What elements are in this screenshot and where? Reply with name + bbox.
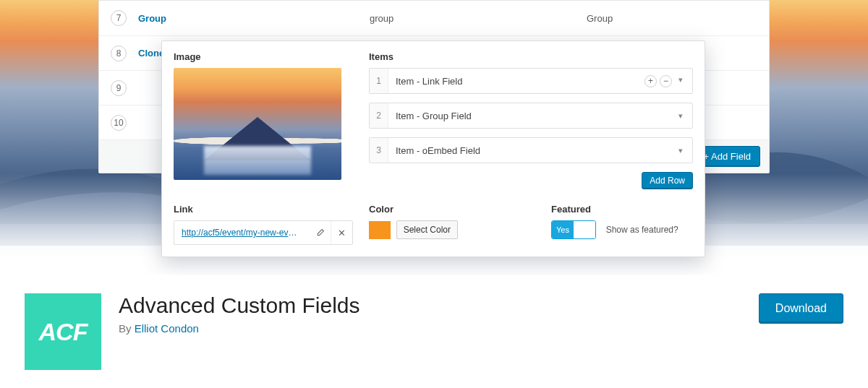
featured-section-label: Featured <box>551 204 693 215</box>
download-button[interactable]: Download <box>759 293 843 324</box>
link-url[interactable]: http://acf5/event/my-new-event/ <box>174 228 309 238</box>
item-label: Item - Group Field <box>388 111 675 121</box>
by-prefix: By <box>119 322 135 335</box>
item-number: 3 <box>370 138 388 163</box>
item-label: Item - oEmbed Field <box>388 145 675 156</box>
image-section-label: Image <box>174 51 353 62</box>
add-row-button[interactable]: Add Row <box>642 172 693 189</box>
color-section-label: Color <box>369 204 535 215</box>
featured-hint: Show as featured? <box>606 225 678 235</box>
field-row[interactable]: 7 Group group Group <box>99 1 769 35</box>
link-section-label: Link <box>174 204 353 215</box>
plugin-header: ACF Advanced Custom Fields By Elliot Con… <box>0 275 868 388</box>
row-number: 10 <box>111 115 127 131</box>
row-number: 8 <box>111 46 127 61</box>
toggle-knob <box>574 221 595 238</box>
featured-toggle[interactable]: Yes <box>551 220 596 239</box>
collapse-icon[interactable]: ▾ <box>675 111 686 121</box>
item-number: 1 <box>370 69 388 93</box>
select-color-button[interactable]: Select Color <box>396 220 458 239</box>
plugin-logo-text: ACF <box>39 318 88 346</box>
items-section-label: Items <box>369 51 693 62</box>
field-type: Group <box>587 13 769 24</box>
remove-link-icon[interactable]: ✕ <box>331 221 352 244</box>
collapse-icon[interactable]: ▾ <box>675 75 686 87</box>
plugin-author-link[interactable]: Elliot Condon <box>135 322 199 335</box>
plugin-logo: ACF <box>25 293 101 370</box>
link-field[interactable]: http://acf5/event/my-new-event/ ✕ <box>174 220 353 245</box>
toggle-on-label: Yes <box>552 221 574 238</box>
item-label: Item - Link Field <box>388 76 644 87</box>
add-item-icon[interactable]: + <box>644 75 657 87</box>
repeater-item[interactable]: 3 Item - oEmbed Field ▾ <box>369 137 693 163</box>
collapse-icon[interactable]: ▾ <box>675 146 686 155</box>
remove-item-icon[interactable]: − <box>660 75 672 87</box>
color-swatch[interactable] <box>369 221 391 239</box>
image-thumbnail[interactable] <box>174 68 341 180</box>
repeater-item[interactable]: 2 Item - Group Field ▾ <box>369 103 693 129</box>
row-number: 9 <box>111 80 127 96</box>
edit-link-icon[interactable] <box>309 221 331 244</box>
field-editor-panel: Image Items 1 Item - Link Field + − <box>161 40 705 257</box>
field-name: group <box>370 13 587 24</box>
item-number: 2 <box>370 103 388 128</box>
plugin-title: Advanced Custom Fields <box>119 293 360 318</box>
row-number: 7 <box>111 10 127 26</box>
field-label[interactable]: Group <box>138 13 370 24</box>
repeater-item[interactable]: 1 Item - Link Field + − ▾ <box>369 68 693 94</box>
